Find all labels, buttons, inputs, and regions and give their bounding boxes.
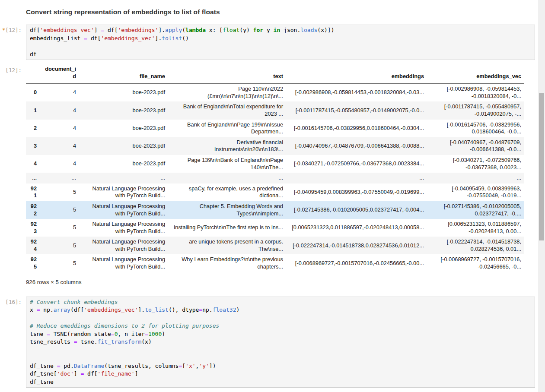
cell-document_id: 5	[40, 183, 79, 201]
cell-document_id: 4	[40, 101, 79, 119]
table-row-923: 9235Natural Language Processing with PyT…	[26, 219, 524, 237]
output-prompt-12: [12]:	[0, 63, 22, 73]
cell-text: spaCy, for example, uses a predefined di…	[168, 183, 286, 201]
section-heading: Convert string representation of embeddi…	[26, 7, 220, 17]
cell-text: Page 139\n\nBank of England\n\nPage 140\…	[168, 155, 286, 173]
cell-embeddings_vec: [-0.0340271, -0.072509766, -0.03677368, …	[427, 155, 524, 173]
cell-text: Bank of England\n\nTotal expenditure for…	[168, 101, 286, 119]
table-row-1: 14boe-2023.pdfBank of England\n\nTotal e…	[26, 101, 524, 119]
table-row-...: ..................	[26, 173, 524, 183]
output-area-12: [12]: document_idfile_nametextembeddings…	[0, 63, 535, 285]
prompt-label: [12]:	[5, 27, 22, 33]
cell-embeddings: [-0.0340271,-0.072509766,-0.03677368,0.0…	[286, 155, 427, 173]
cell-text: Why Learn Embeddings?\n\nthe previous ch…	[168, 254, 286, 272]
cell-text: Bank of England\n\nPage 199\n\nIssue Dep…	[168, 120, 286, 137]
row-index: 3	[26, 137, 40, 155]
table-row-921: 9215Natural Language Processing with PyT…	[26, 183, 524, 201]
cell-document_id: 5	[40, 219, 79, 237]
cell-file_name: boe-2023.pdf	[79, 101, 168, 119]
cell-embeddings_vec: [-0.0068969727, -0.0015707016, -0.024566…	[427, 254, 524, 272]
code-content-16: # Convert chunk embeddings x = np.array(…	[30, 298, 531, 386]
row-index: 921	[26, 183, 40, 201]
cell-embeddings: [-0.04095459,0.008399963,-0.07550049,-0.…	[286, 183, 427, 201]
dataframe-header-row: document_idfile_nametextembeddingsembedd…	[26, 63, 524, 84]
input-prompt-16: [16]:	[0, 297, 22, 305]
code-cell-12: *[12]: df['embeddings_vec'] = df['embedd…	[0, 25, 535, 60]
cell-text: are unique tokens present in a corpus. T…	[168, 237, 286, 254]
cell-embeddings_vec: [-0.022247314, -0.014518738, 0.028274536…	[427, 237, 524, 254]
column-header-document_id: document_id	[40, 63, 79, 84]
code-cell-16: [16]: # Convert chunk embeddings x = np.…	[0, 297, 535, 388]
cell-text: ...	[168, 173, 286, 183]
cell-file_name: boe-2023.pdf	[79, 137, 168, 155]
cell-embeddings: [-0.040740967,-0.04876709,-0.006641388,-…	[286, 137, 427, 155]
table-row-0: 04boe-2023.pdfPage 110\n\n2022 (£mn)\n\n…	[26, 84, 524, 102]
cell-embeddings_vec: [-0.0011787415, -0.055480957, -0.0149002…	[427, 101, 524, 119]
cell-file_name: Natural Language Processing with PyTorch…	[79, 201, 168, 219]
table-row-2: 24boe-2023.pdfBank of England\n\nPage 19…	[26, 120, 524, 137]
table-row-925: 9255Natural Language Processing with PyT…	[26, 254, 524, 272]
cell-text: Chapter 5. Embedding Words and Types\n\n…	[168, 201, 286, 219]
cell-file_name: boe-2023.pdf	[79, 120, 168, 137]
table-row-3: 34boe-2023.pdfDerivative financial instr…	[26, 137, 524, 155]
row-index: 923	[26, 219, 40, 237]
row-index: ...	[26, 173, 40, 183]
table-row-922: 9225Natural Language Processing with PyT…	[26, 201, 524, 219]
row-index: 924	[26, 237, 40, 254]
cell-document_id: 4	[40, 155, 79, 173]
cell-embeddings: ...	[286, 173, 427, 183]
cell-document_id: ...	[40, 173, 79, 183]
cell-text: Derivative financial instruments\n\n20\n…	[168, 137, 286, 155]
cell-embeddings: [-0.022247314,-0.014518738,0.028274536,0…	[286, 237, 427, 254]
cell-document_id: 5	[40, 201, 79, 219]
code-editor-16[interactable]: # Convert chunk embeddings x = np.array(…	[26, 297, 535, 388]
row-index: 4	[26, 155, 40, 173]
cell-embeddings: [-0.027145386,-0.0102005005,0.023727417,…	[286, 201, 427, 219]
cell-file_name: boe-2023.pdf	[79, 155, 168, 173]
code-content-12: df['embeddings_vec'] = df['embeddings'].…	[30, 26, 531, 58]
cell-file_name: Natural Language Processing with PyTorch…	[79, 254, 168, 272]
cell-embeddings: [-0.0016145706,-0.03829956,0.018600464,-…	[286, 120, 427, 137]
cell-file_name: ...	[79, 173, 168, 183]
cell-document_id: 4	[40, 84, 79, 102]
cell-file_name: Natural Language Processing with PyTorch…	[79, 237, 168, 254]
cell-document_id: 5	[40, 237, 79, 254]
row-index: 1	[26, 101, 40, 119]
column-header-file_name: file_name	[79, 63, 168, 84]
scrollbar-thumb[interactable]	[539, 93, 544, 240]
cell-embeddings_vec: [-0.027145386, -0.0102005005, 0.02372741…	[427, 201, 524, 219]
scrollbar-track[interactable]	[538, 0, 545, 392]
cell-embeddings_vec: ...	[427, 173, 524, 183]
cell-file_name: Natural Language Processing with PyTorch…	[79, 183, 168, 201]
column-header-text: text	[168, 63, 286, 84]
code-editor-12[interactable]: df['embeddings_vec'] = df['embeddings'].…	[26, 25, 535, 60]
cell-embeddings_vec: [-0.040740967, -0.04876709, -0.006641388…	[427, 137, 524, 155]
markdown-cell: Convert string representation of embeddi…	[0, 7, 535, 17]
cell-document_id: 5	[40, 254, 79, 272]
cell-text: Page 110\n\n2022 (£mn)\n\n7\n\n(13)\n\n(…	[168, 84, 286, 102]
row-index: 2	[26, 120, 40, 137]
index-header	[26, 63, 40, 84]
cell-embeddings_vec: [-0.04095459, 0.008399963, -0.07550049, …	[427, 183, 524, 201]
notebook: Convert string representation of embeddi…	[0, 0, 545, 388]
column-header-embeddings_vec: embeddings_vec	[427, 63, 524, 84]
cell-file_name: boe-2023.pdf	[79, 84, 168, 102]
table-row-4: 44boe-2023.pdfPage 139\n\nBank of Englan…	[26, 155, 524, 173]
cell-embeddings_vec: [0.0065231323, 0.011886597, -0.020248413…	[427, 219, 524, 237]
table-row-924: 9245Natural Language Processing with PyT…	[26, 237, 524, 254]
row-index: 922	[26, 201, 40, 219]
cell-text: Installing PyTorch\n\nThe first step is …	[168, 219, 286, 237]
cell-file_name: Natural Language Processing with PyTorch…	[79, 219, 168, 237]
cell-document_id: 4	[40, 120, 79, 137]
cell-embeddings: [0.0065231323,0.011886597,-0.020248413,0…	[286, 219, 427, 237]
cell-document_id: 4	[40, 137, 79, 155]
input-prompt-12: *[12]:	[0, 25, 22, 33]
table-summary: 926 rows × 5 columns	[26, 279, 535, 285]
output-content: document_idfile_nametextembeddingsembedd…	[26, 63, 535, 285]
cell-embeddings: [-0.002986908,-0.059814453,-0.0018320084…	[286, 84, 427, 102]
column-header-embeddings: embeddings	[286, 63, 427, 84]
cell-embeddings_vec: [-0.0016145706, -0.03829956, 0.018600464…	[427, 120, 524, 137]
row-index: 925	[26, 254, 40, 272]
cell-embeddings_vec: [-0.002986908, -0.059814453, -0.00183200…	[427, 84, 524, 102]
cell-embeddings: [-0.0011787415,-0.055480957,-0.014900207…	[286, 101, 427, 119]
